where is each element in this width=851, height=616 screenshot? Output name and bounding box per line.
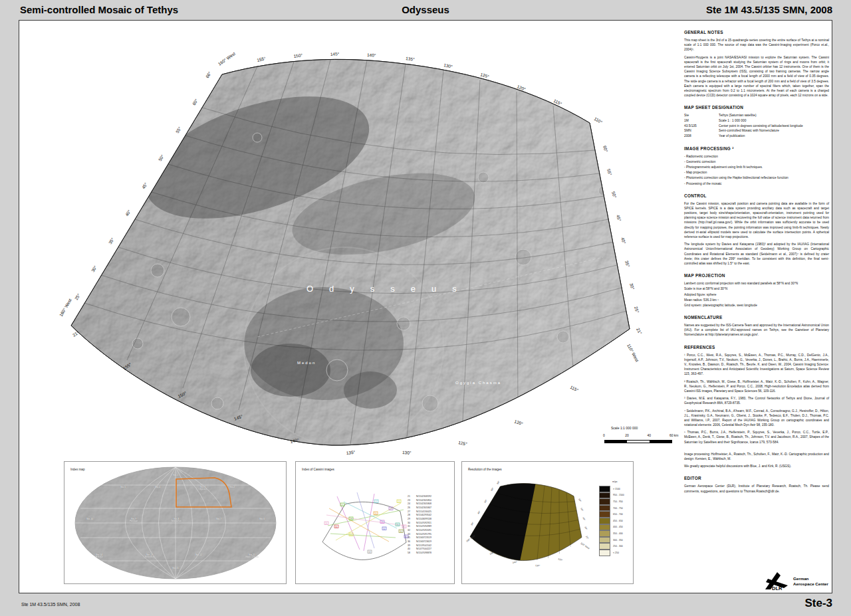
svg-text:Medon: Medon	[297, 361, 316, 365]
svg-text:26: 26	[325, 522, 328, 525]
svg-text:50°: 50°	[580, 508, 584, 512]
svg-text:21: 21	[341, 504, 344, 506]
svg-text:60°: 60°	[578, 498, 582, 503]
footer-designation: Ste 1M 43.5/135 SMN, 2008	[21, 602, 80, 607]
svg-text:135°: 135°	[346, 450, 355, 455]
svg-text:33: 33	[350, 534, 352, 536]
resolution-panel: Resolution of the images 160° West150°14…	[461, 461, 634, 584]
svg-text:25°: 25°	[634, 306, 640, 314]
svg-text:30°: 30°	[584, 526, 588, 531]
svg-text:30°: 30°	[470, 522, 474, 526]
index-map-panel: Index map Ste-1Ste-5Ste-4Ste-3OdysseusSt…	[64, 461, 287, 584]
svg-text:35°: 35°	[108, 237, 115, 245]
svg-text:125°: 125°	[458, 440, 468, 447]
cassini-index-panel: Index of Cassini images 2123242627282930…	[295, 461, 455, 584]
sheet-designation-code: Ste 1M 43.5/135 SMN, 2008	[706, 4, 832, 15]
svg-text:25°: 25°	[74, 292, 81, 300]
dlr-name: German Aerospace Center	[793, 576, 828, 587]
svg-text:160° West: 160° West	[59, 298, 72, 318]
svg-text:Ogygia Chasma: Ogygia Chasma	[455, 381, 501, 385]
svg-text:31: 31	[381, 521, 384, 524]
index-map-title: Index map	[70, 468, 84, 471]
svg-text:50°: 50°	[483, 499, 487, 504]
map-sheet: 160° West66°155°150°145°140°135°130°125°…	[19, 20, 832, 593]
svg-text:35°: 35°	[624, 260, 631, 268]
svg-text:150°: 150°	[293, 52, 303, 58]
svg-text:30°: 30°	[629, 282, 636, 290]
svg-text:24: 24	[374, 512, 377, 515]
resolution-legend: m/px > 1500950 - 1500750 - 950700 - 7506…	[599, 486, 624, 556]
svg-text:23: 23	[398, 500, 400, 503]
svg-text:45°: 45°	[141, 181, 148, 189]
svg-text:66°: 66°	[496, 480, 500, 485]
scale-bar: Scale 1:1 000 000 0204060 km	[599, 426, 679, 450]
svg-text:35: 35	[396, 524, 399, 526]
svg-text:50°: 50°	[611, 191, 618, 199]
svg-text:60°: 60°	[490, 487, 494, 492]
svg-text:60°: 60°	[602, 145, 609, 153]
svg-text:110° West: 110° West	[626, 343, 640, 362]
svg-text:29: 29	[390, 508, 392, 510]
svg-text:125°: 125°	[480, 72, 490, 79]
svg-text:66°: 66°	[205, 70, 212, 78]
svg-text:40°: 40°	[582, 517, 586, 522]
scale-title: Scale 1:1 000 000	[611, 426, 638, 430]
scale-bar-graphic	[604, 440, 672, 443]
svg-text:160° West: 160° West	[217, 51, 237, 66]
svg-text:36: 36	[400, 530, 402, 533]
resolution-title: Resolution of the images	[468, 468, 502, 471]
resolution-legend-title: m/px	[612, 480, 618, 483]
svg-text:55°: 55°	[175, 126, 182, 134]
cassini-image-list: 21N/150230819223N/150230585024N/15023058…	[408, 495, 431, 556]
svg-text:120°: 120°	[514, 419, 524, 426]
svg-text:28: 28	[350, 518, 352, 520]
svg-text:30°: 30°	[90, 264, 98, 272]
svg-text:45°: 45°	[616, 214, 622, 222]
sidebar: GENERAL NOTESThis map sheet is the 3rd o…	[684, 30, 829, 501]
main-map: 160° West66°155°150°145°140°135°130°125°…	[58, 51, 643, 463]
svg-text:110°: 110°	[594, 116, 604, 125]
svg-text:40°: 40°	[620, 237, 627, 245]
svg-text:130°: 130°	[443, 62, 453, 69]
cassini-index-title: Index of Cassini images	[302, 468, 334, 471]
dlr-abbr: DLR	[772, 585, 782, 591]
svg-text:40°: 40°	[477, 510, 481, 515]
svg-text:50°: 50°	[158, 154, 165, 161]
svg-text:39: 39	[403, 526, 406, 528]
svg-text:130°: 130°	[535, 564, 541, 567]
svg-text:140°: 140°	[367, 52, 376, 57]
svg-text:32: 32	[383, 528, 386, 530]
dlr-logo: DLR German Aerospace Center	[763, 569, 836, 595]
svg-text:Odysseus: Odysseus	[306, 284, 473, 294]
svg-text:140°: 140°	[512, 560, 517, 564]
svg-text:27: 27	[375, 500, 378, 503]
footer-sheet-number: Ste-3	[804, 597, 832, 610]
svg-text:58: 58	[368, 551, 371, 554]
svg-text:155°: 155°	[257, 56, 267, 62]
svg-text:60°: 60°	[191, 98, 199, 106]
svg-text:115°: 115°	[570, 385, 580, 393]
svg-text:30: 30	[335, 526, 338, 528]
svg-text:55°: 55°	[606, 168, 613, 176]
svg-text:145°: 145°	[330, 51, 340, 56]
svg-text:110° West: 110° West	[580, 542, 590, 550]
svg-text:130°: 130°	[402, 450, 412, 455]
svg-text:40°: 40°	[124, 209, 132, 217]
svg-text:21°: 21°	[636, 327, 643, 335]
map-mosaic	[58, 51, 643, 463]
svg-text:135°: 135°	[406, 56, 416, 62]
svg-text:120°: 120°	[558, 558, 564, 562]
svg-text:21°: 21°	[585, 536, 589, 540]
